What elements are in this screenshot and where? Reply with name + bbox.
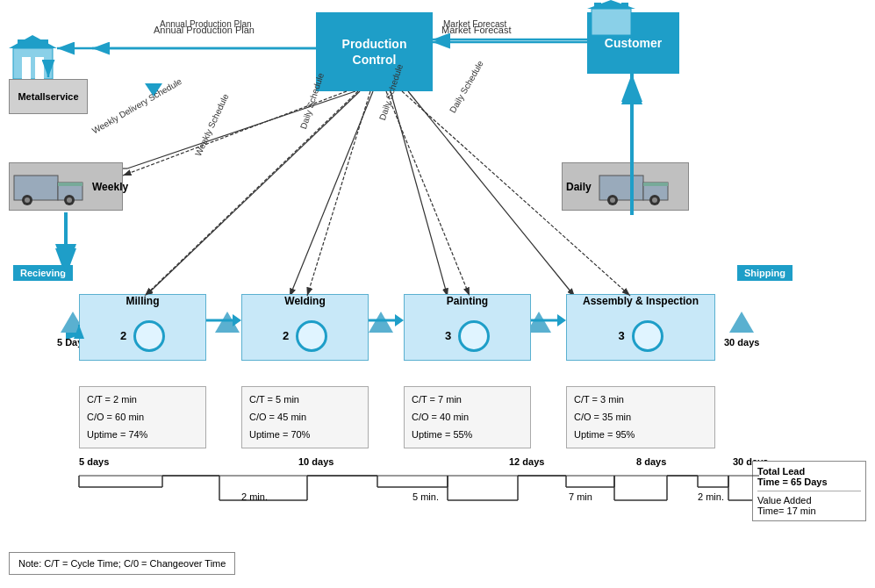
note-box: Note: C/T = Cycle Time; C/0 = Changeover… <box>9 552 235 575</box>
welding-uptime: Uptime = 70% <box>249 427 361 444</box>
painting-co: C/O = 40 min <box>412 409 523 427</box>
assembly-title: Assembly & Inspection <box>567 295 714 307</box>
assembly-workers: 3 <box>618 329 624 342</box>
daily-truck: Daily <box>562 162 689 211</box>
factory-icon-supplier <box>9 35 57 79</box>
receiving-badge: Recieving <box>13 265 73 281</box>
weekly-delivery-schedule-label: Weekly Delivery Schedule <box>90 76 183 136</box>
process-box-assembly: Assembly & Inspection 3 <box>566 294 715 361</box>
painting-circle <box>458 320 490 352</box>
arrow-painting-assembly <box>531 307 566 333</box>
milling-workers: 2 <box>120 329 126 342</box>
svg-rect-49 <box>18 39 26 47</box>
svg-marker-73 <box>395 314 404 326</box>
milling-uptime: Uptime = 74% <box>87 427 198 444</box>
arrow-milling-welding <box>206 307 241 333</box>
svg-line-13 <box>408 91 575 297</box>
prod-control-box: Production Control <box>316 12 433 91</box>
total-lead-label: Total Lead Time = 65 Days <box>757 466 861 487</box>
svg-marker-71 <box>233 314 241 326</box>
weekly-truck: Weekly <box>9 162 123 211</box>
milling-circle <box>133 320 165 352</box>
assembly-ct: C/T = 3 min <box>574 391 707 409</box>
svg-marker-75 <box>557 314 566 326</box>
process-box-painting: Painting 3 <box>404 294 531 361</box>
welding-title: Welding <box>242 295 368 307</box>
tl-day-2: 12 days <box>509 456 544 467</box>
tl-min-1: 5 min. <box>412 491 439 502</box>
svg-rect-48 <box>35 57 44 79</box>
svg-rect-62 <box>599 176 643 200</box>
process-box-welding: Welding 2 <box>241 294 369 361</box>
tl-day-3: 8 days <box>636 456 666 467</box>
factory-icon-customer <box>587 0 635 35</box>
svg-marker-46 <box>9 35 57 48</box>
tl-min-0: 2 min. <box>241 491 268 502</box>
welding-ct: C/T = 5 min <box>249 391 361 409</box>
svg-point-59 <box>25 197 30 203</box>
welding-workers: 2 <box>283 329 289 342</box>
svg-rect-54 <box>621 3 628 9</box>
stats-welding: C/T = 5 min C/O = 45 min Uptime = 70% <box>241 386 369 448</box>
inventory-days-4: 30 days <box>724 337 759 348</box>
painting-uptime: Uptime = 55% <box>412 427 523 444</box>
value-added-label: Value Added Time= 17 min <box>757 495 861 516</box>
process-box-milling: Milling 2 <box>79 294 206 361</box>
svg-point-66 <box>610 197 615 203</box>
milling-ct: C/T = 2 min <box>87 391 198 409</box>
svg-line-86 <box>307 91 370 296</box>
svg-rect-50 <box>39 39 48 47</box>
customer-label: Customer <box>605 36 662 50</box>
arrow-welding-painting <box>369 307 404 333</box>
assembly-uptime: Uptime = 95% <box>574 427 707 444</box>
daily-truck-label: Daily <box>563 177 595 197</box>
tl-min-3: 2 min. <box>698 491 724 502</box>
painting-ct: C/T = 7 min <box>412 391 523 409</box>
painting-workers: 3 <box>445 329 451 342</box>
svg-point-68 <box>652 197 657 203</box>
welding-circle <box>296 320 327 352</box>
svg-rect-45 <box>13 48 53 79</box>
painting-title: Painting <box>405 295 530 307</box>
milling-co: C/O = 60 min <box>87 409 198 427</box>
svg-rect-51 <box>592 9 631 35</box>
svg-line-12 <box>391 91 448 297</box>
shipping-badge: Shipping <box>737 265 793 281</box>
weekly-schedule-label: Weekly Schedule <box>193 92 231 158</box>
svg-line-85 <box>145 91 358 296</box>
assembly-circle <box>632 320 663 352</box>
svg-line-10 <box>145 91 360 297</box>
weekly-truck-label: Weekly <box>89 177 132 197</box>
tl-day-0: 5 days <box>79 456 109 467</box>
welding-co: C/O = 45 min <box>249 409 361 427</box>
metallservice-label: Metallservice <box>18 91 78 102</box>
svg-line-8 <box>127 91 355 169</box>
daily-schedule-label-1: Daily Schedule <box>298 72 326 131</box>
metallservice-box: Metallservice <box>9 79 88 114</box>
milling-title: Milling <box>80 295 205 307</box>
svg-marker-57 <box>58 183 82 186</box>
market-forecast-arrow-label: Market Forecast <box>443 19 506 29</box>
annual-plan-arrow-label: Annual Production Plan <box>160 19 252 29</box>
tl-min-2: 7 min <box>569 491 592 502</box>
lead-summary-box: Total Lead Time = 65 Days Value Added Ti… <box>752 461 866 521</box>
note-text: Note: C/T = Cycle Time; C/0 = Changeover… <box>18 558 226 569</box>
tl-day-1: 10 days <box>298 456 334 467</box>
svg-point-61 <box>67 197 72 203</box>
daily-schedule-label-3: Daily Schedule <box>448 59 485 114</box>
stats-milling: C/T = 2 min C/O = 60 min Uptime = 74% <box>79 386 206 448</box>
stats-assembly: C/T = 3 min C/O = 35 min Uptime = 95% <box>566 386 715 448</box>
svg-marker-64 <box>643 183 668 186</box>
svg-rect-47 <box>22 57 31 79</box>
svg-line-87 <box>386 91 470 296</box>
svg-rect-53 <box>594 3 601 9</box>
inventory-triangle-4: 30 days <box>724 312 759 348</box>
assembly-co: C/O = 35 min <box>574 409 707 427</box>
stats-painting: C/T = 7 min C/O = 40 min Uptime = 55% <box>404 386 531 448</box>
svg-rect-55 <box>14 176 58 200</box>
